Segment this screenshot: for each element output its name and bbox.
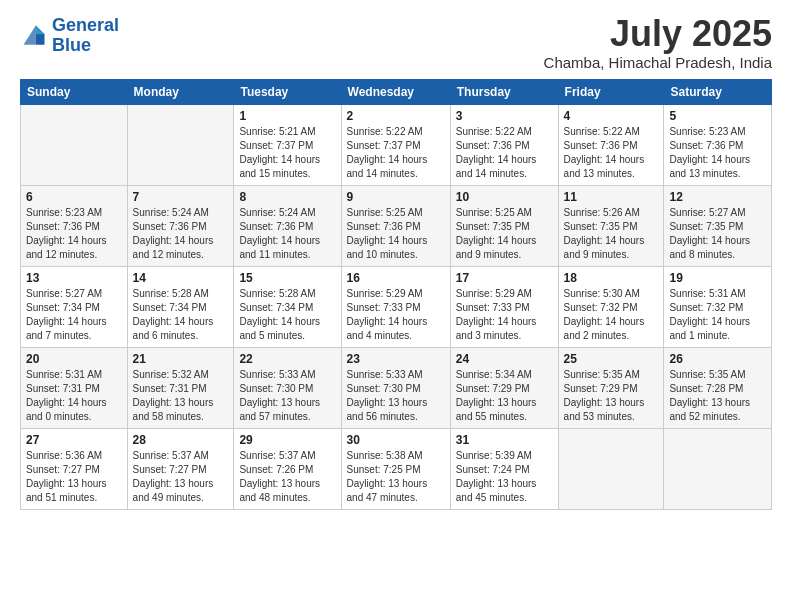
day-info: Sunrise: 5:25 AM Sunset: 7:36 PM Dayligh… bbox=[347, 206, 445, 262]
calendar-cell: 1Sunrise: 5:21 AM Sunset: 7:37 PM Daylig… bbox=[234, 105, 341, 186]
calendar-cell bbox=[127, 105, 234, 186]
day-info: Sunrise: 5:31 AM Sunset: 7:32 PM Dayligh… bbox=[669, 287, 766, 343]
day-number: 28 bbox=[133, 433, 229, 447]
day-number: 30 bbox=[347, 433, 445, 447]
day-info: Sunrise: 5:27 AM Sunset: 7:34 PM Dayligh… bbox=[26, 287, 122, 343]
calendar-cell bbox=[558, 429, 664, 510]
location-title: Chamba, Himachal Pradesh, India bbox=[544, 54, 772, 71]
col-thursday: Thursday bbox=[450, 80, 558, 105]
day-info: Sunrise: 5:35 AM Sunset: 7:29 PM Dayligh… bbox=[564, 368, 659, 424]
calendar-cell: 17Sunrise: 5:29 AM Sunset: 7:33 PM Dayli… bbox=[450, 267, 558, 348]
calendar-cell bbox=[664, 429, 772, 510]
day-info: Sunrise: 5:33 AM Sunset: 7:30 PM Dayligh… bbox=[239, 368, 335, 424]
day-info: Sunrise: 5:33 AM Sunset: 7:30 PM Dayligh… bbox=[347, 368, 445, 424]
day-number: 6 bbox=[26, 190, 122, 204]
day-number: 1 bbox=[239, 109, 335, 123]
day-info: Sunrise: 5:37 AM Sunset: 7:26 PM Dayligh… bbox=[239, 449, 335, 505]
calendar-cell: 10Sunrise: 5:25 AM Sunset: 7:35 PM Dayli… bbox=[450, 186, 558, 267]
calendar-week-3: 13Sunrise: 5:27 AM Sunset: 7:34 PM Dayli… bbox=[21, 267, 772, 348]
day-info: Sunrise: 5:22 AM Sunset: 7:36 PM Dayligh… bbox=[564, 125, 659, 181]
day-info: Sunrise: 5:29 AM Sunset: 7:33 PM Dayligh… bbox=[347, 287, 445, 343]
calendar-cell: 11Sunrise: 5:26 AM Sunset: 7:35 PM Dayli… bbox=[558, 186, 664, 267]
day-info: Sunrise: 5:32 AM Sunset: 7:31 PM Dayligh… bbox=[133, 368, 229, 424]
calendar-table: Sunday Monday Tuesday Wednesday Thursday… bbox=[20, 79, 772, 510]
calendar-cell: 9Sunrise: 5:25 AM Sunset: 7:36 PM Daylig… bbox=[341, 186, 450, 267]
day-info: Sunrise: 5:28 AM Sunset: 7:34 PM Dayligh… bbox=[239, 287, 335, 343]
day-number: 4 bbox=[564, 109, 659, 123]
day-number: 31 bbox=[456, 433, 553, 447]
calendar-cell: 30Sunrise: 5:38 AM Sunset: 7:25 PM Dayli… bbox=[341, 429, 450, 510]
col-monday: Monday bbox=[127, 80, 234, 105]
calendar-cell: 19Sunrise: 5:31 AM Sunset: 7:32 PM Dayli… bbox=[664, 267, 772, 348]
day-number: 15 bbox=[239, 271, 335, 285]
day-number: 25 bbox=[564, 352, 659, 366]
day-number: 16 bbox=[347, 271, 445, 285]
day-number: 17 bbox=[456, 271, 553, 285]
calendar-cell: 8Sunrise: 5:24 AM Sunset: 7:36 PM Daylig… bbox=[234, 186, 341, 267]
svg-marker-1 bbox=[36, 25, 45, 34]
day-info: Sunrise: 5:35 AM Sunset: 7:28 PM Dayligh… bbox=[669, 368, 766, 424]
day-info: Sunrise: 5:36 AM Sunset: 7:27 PM Dayligh… bbox=[26, 449, 122, 505]
calendar-cell: 21Sunrise: 5:32 AM Sunset: 7:31 PM Dayli… bbox=[127, 348, 234, 429]
logo-text: General Blue bbox=[52, 16, 119, 56]
calendar-cell: 25Sunrise: 5:35 AM Sunset: 7:29 PM Dayli… bbox=[558, 348, 664, 429]
day-info: Sunrise: 5:25 AM Sunset: 7:35 PM Dayligh… bbox=[456, 206, 553, 262]
calendar-cell: 22Sunrise: 5:33 AM Sunset: 7:30 PM Dayli… bbox=[234, 348, 341, 429]
day-info: Sunrise: 5:38 AM Sunset: 7:25 PM Dayligh… bbox=[347, 449, 445, 505]
day-info: Sunrise: 5:30 AM Sunset: 7:32 PM Dayligh… bbox=[564, 287, 659, 343]
calendar-cell: 13Sunrise: 5:27 AM Sunset: 7:34 PM Dayli… bbox=[21, 267, 128, 348]
day-number: 10 bbox=[456, 190, 553, 204]
day-info: Sunrise: 5:27 AM Sunset: 7:35 PM Dayligh… bbox=[669, 206, 766, 262]
col-sunday: Sunday bbox=[21, 80, 128, 105]
col-tuesday: Tuesday bbox=[234, 80, 341, 105]
day-info: Sunrise: 5:22 AM Sunset: 7:36 PM Dayligh… bbox=[456, 125, 553, 181]
logo-icon bbox=[20, 22, 48, 50]
calendar-cell: 5Sunrise: 5:23 AM Sunset: 7:36 PM Daylig… bbox=[664, 105, 772, 186]
day-info: Sunrise: 5:23 AM Sunset: 7:36 PM Dayligh… bbox=[669, 125, 766, 181]
day-number: 24 bbox=[456, 352, 553, 366]
day-number: 20 bbox=[26, 352, 122, 366]
day-info: Sunrise: 5:37 AM Sunset: 7:27 PM Dayligh… bbox=[133, 449, 229, 505]
day-number: 23 bbox=[347, 352, 445, 366]
calendar-cell: 18Sunrise: 5:30 AM Sunset: 7:32 PM Dayli… bbox=[558, 267, 664, 348]
calendar-header-row: Sunday Monday Tuesday Wednesday Thursday… bbox=[21, 80, 772, 105]
logo: General Blue bbox=[20, 16, 119, 56]
day-number: 9 bbox=[347, 190, 445, 204]
calendar-cell: 20Sunrise: 5:31 AM Sunset: 7:31 PM Dayli… bbox=[21, 348, 128, 429]
calendar-cell: 7Sunrise: 5:24 AM Sunset: 7:36 PM Daylig… bbox=[127, 186, 234, 267]
calendar-cell: 29Sunrise: 5:37 AM Sunset: 7:26 PM Dayli… bbox=[234, 429, 341, 510]
day-info: Sunrise: 5:21 AM Sunset: 7:37 PM Dayligh… bbox=[239, 125, 335, 181]
day-number: 14 bbox=[133, 271, 229, 285]
day-number: 2 bbox=[347, 109, 445, 123]
calendar-week-2: 6Sunrise: 5:23 AM Sunset: 7:36 PM Daylig… bbox=[21, 186, 772, 267]
calendar-cell: 23Sunrise: 5:33 AM Sunset: 7:30 PM Dayli… bbox=[341, 348, 450, 429]
day-info: Sunrise: 5:39 AM Sunset: 7:24 PM Dayligh… bbox=[456, 449, 553, 505]
day-number: 21 bbox=[133, 352, 229, 366]
logo-blue: Blue bbox=[52, 35, 91, 55]
header: General Blue July 2025 Chamba, Himachal … bbox=[20, 16, 772, 71]
day-number: 5 bbox=[669, 109, 766, 123]
logo-general: General bbox=[52, 15, 119, 35]
day-number: 7 bbox=[133, 190, 229, 204]
calendar-week-1: 1Sunrise: 5:21 AM Sunset: 7:37 PM Daylig… bbox=[21, 105, 772, 186]
calendar-cell: 28Sunrise: 5:37 AM Sunset: 7:27 PM Dayli… bbox=[127, 429, 234, 510]
day-info: Sunrise: 5:28 AM Sunset: 7:34 PM Dayligh… bbox=[133, 287, 229, 343]
calendar-cell: 26Sunrise: 5:35 AM Sunset: 7:28 PM Dayli… bbox=[664, 348, 772, 429]
day-number: 26 bbox=[669, 352, 766, 366]
day-info: Sunrise: 5:29 AM Sunset: 7:33 PM Dayligh… bbox=[456, 287, 553, 343]
calendar-cell: 14Sunrise: 5:28 AM Sunset: 7:34 PM Dayli… bbox=[127, 267, 234, 348]
calendar-cell bbox=[21, 105, 128, 186]
day-info: Sunrise: 5:34 AM Sunset: 7:29 PM Dayligh… bbox=[456, 368, 553, 424]
title-block: July 2025 Chamba, Himachal Pradesh, Indi… bbox=[544, 16, 772, 71]
calendar-cell: 24Sunrise: 5:34 AM Sunset: 7:29 PM Dayli… bbox=[450, 348, 558, 429]
day-number: 13 bbox=[26, 271, 122, 285]
calendar-week-5: 27Sunrise: 5:36 AM Sunset: 7:27 PM Dayli… bbox=[21, 429, 772, 510]
calendar-cell: 27Sunrise: 5:36 AM Sunset: 7:27 PM Dayli… bbox=[21, 429, 128, 510]
month-title: July 2025 bbox=[544, 16, 772, 52]
calendar-cell: 16Sunrise: 5:29 AM Sunset: 7:33 PM Dayli… bbox=[341, 267, 450, 348]
col-wednesday: Wednesday bbox=[341, 80, 450, 105]
calendar-cell: 2Sunrise: 5:22 AM Sunset: 7:37 PM Daylig… bbox=[341, 105, 450, 186]
day-number: 12 bbox=[669, 190, 766, 204]
day-number: 11 bbox=[564, 190, 659, 204]
page: General Blue July 2025 Chamba, Himachal … bbox=[0, 0, 792, 612]
